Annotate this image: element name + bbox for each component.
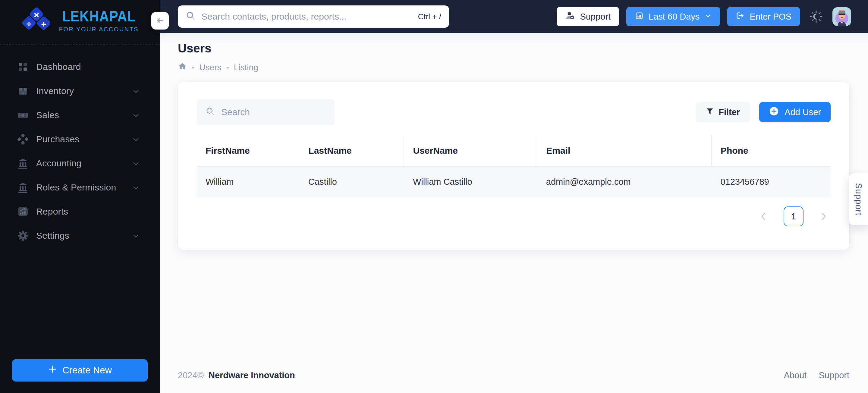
table-search	[196, 99, 335, 125]
footer-link-about[interactable]: About	[784, 370, 807, 380]
users-table: FirstName LastName UserName Email Phone …	[196, 135, 831, 198]
svg-text:+: +	[41, 19, 46, 29]
topbar-actions: Support Last 60 Days	[557, 7, 851, 26]
cell-firstname: William	[196, 167, 299, 197]
main-column: Ctrl + / Support	[160, 0, 868, 393]
sidebar-item-label: Accounting	[36, 158, 125, 169]
filter-button-label: Filter	[718, 107, 740, 117]
filter-button[interactable]: Filter	[695, 102, 750, 122]
date-range-button[interactable]: Last 60 Days	[626, 7, 720, 26]
bank-icon	[17, 181, 29, 193]
column-header-phone: Phone	[711, 135, 831, 167]
enter-pos-label: Enter POS	[749, 12, 792, 22]
brand-name: LEKHAPAL	[59, 9, 138, 24]
chevron-down-icon	[132, 111, 140, 119]
page-title: Users	[178, 41, 849, 55]
next-page-button[interactable]	[818, 211, 829, 221]
sidebar-item-label: Sales	[36, 110, 125, 120]
filter-funnel-icon	[706, 107, 714, 117]
calendar-icon	[635, 11, 644, 22]
enter-pos-icon	[736, 11, 745, 22]
chart-icon	[17, 206, 29, 218]
svg-text:÷: ÷	[27, 19, 31, 29]
cell-email: admin@example.com	[537, 167, 712, 197]
cell-phone: 0123456789	[711, 167, 831, 197]
copyright: 2024© Nerdware Innovation	[178, 370, 295, 380]
brand-text: LEKHAPAL FOR YOUR ACCOUNTS	[59, 10, 138, 33]
circle-plus-icon	[769, 106, 779, 118]
theme-toggle-icon[interactable]	[809, 9, 824, 24]
search-icon	[206, 107, 215, 118]
previous-page-button[interactable]	[758, 211, 769, 221]
support-agent-icon	[565, 10, 575, 23]
search-shortcut-hint: Ctrl + /	[418, 12, 441, 21]
topbar: Ctrl + / Support	[160, 0, 868, 33]
home-icon[interactable]	[178, 62, 187, 73]
toolbar-actions: Filter Add User	[695, 102, 831, 122]
chevron-down-icon	[704, 12, 712, 22]
support-button[interactable]: Support	[557, 7, 619, 26]
support-side-tab[interactable]: Support	[849, 173, 868, 225]
banknote-icon	[17, 109, 29, 121]
company-name: Nerdware Innovation	[209, 370, 295, 380]
card-toolbar: Filter Add User	[196, 99, 831, 125]
sidebar-item-dashboard[interactable]: Dashboard	[0, 55, 160, 79]
sidebar-item-label: Inventory	[36, 86, 125, 96]
sidebar-item-reports[interactable]: Reports	[0, 200, 160, 223]
brand-tagline: FOR YOUR ACCOUNTS	[59, 26, 138, 33]
global-search-input[interactable]	[201, 11, 412, 22]
chevron-down-icon	[132, 135, 140, 143]
svg-text:×: ×	[34, 10, 39, 20]
support-side-tab-label: Support	[854, 183, 864, 216]
page-number-button[interactable]: 1	[784, 207, 804, 226]
sidebar-item-sales[interactable]: Sales	[0, 103, 160, 127]
table-search-input[interactable]	[221, 107, 338, 117]
sidebar-item-label: Roles & Permission	[36, 182, 125, 192]
create-new-label: Create New	[62, 365, 112, 376]
sidebar-item-label: Reports	[36, 207, 140, 217]
breadcrumb-listing[interactable]: Listing	[234, 63, 258, 72]
breadcrumb-separator: -	[226, 63, 229, 72]
brand-logo: × ÷ + LEKHAPAL FOR YOUR ACCOUNTS	[0, 0, 160, 44]
cell-lastname: Castillo	[299, 167, 404, 197]
sidebar-item-purchases[interactable]: Purchases	[0, 127, 160, 151]
collapse-arrow-icon	[155, 16, 165, 26]
enter-pos-button[interactable]: Enter POS	[727, 7, 800, 26]
chevron-down-icon	[132, 184, 140, 191]
sidebar-item-label: Settings	[36, 231, 125, 241]
diamonds-icon	[17, 133, 29, 145]
sidebar-item-accounting[interactable]: Accounting	[0, 151, 160, 175]
footer-links: About Support	[784, 370, 849, 380]
page-footer: 2024© Nerdware Innovation About Support	[178, 370, 849, 393]
sidebar: × ÷ + LEKHAPAL FOR YOUR ACCOUNTS	[0, 0, 160, 393]
content-area: Users - Users - Listing	[160, 33, 868, 393]
gear-icon	[17, 230, 29, 242]
app-root: × ÷ + LEKHAPAL FOR YOUR ACCOUNTS	[0, 0, 868, 393]
column-header-email: Email	[537, 135, 712, 167]
sidebar-item-label: Purchases	[36, 134, 125, 144]
add-user-button[interactable]: Add User	[759, 102, 831, 122]
sidebar-item-roles-permission[interactable]: Roles & Permission	[0, 175, 160, 200]
breadcrumb: - Users - Listing	[178, 62, 849, 73]
sidebar-item-inventory[interactable]: Inventory	[0, 79, 160, 103]
create-new-button[interactable]: Create New	[12, 359, 148, 382]
user-avatar[interactable]	[832, 7, 851, 26]
column-header-lastname: LastName	[299, 135, 404, 167]
breadcrumb-users[interactable]: Users	[199, 63, 221, 72]
chevron-down-icon	[132, 232, 140, 240]
sidebar-menu: Dashboard Inventory	[0, 44, 160, 359]
chevron-down-icon	[132, 87, 140, 95]
copyright-year: 2024©	[178, 370, 204, 380]
date-range-label: Last 60 Days	[649, 12, 700, 22]
search-icon	[186, 11, 196, 22]
sidebar-item-settings[interactable]: Settings	[0, 223, 160, 248]
box-icon	[17, 85, 29, 97]
table-row[interactable]: William Castillo William Castillo admin@…	[196, 167, 831, 197]
grid-icon	[17, 61, 29, 73]
table-header-row: FirstName LastName UserName Email Phone	[196, 135, 831, 167]
add-user-button-label: Add User	[784, 107, 821, 117]
breadcrumb-separator: -	[192, 63, 194, 72]
cell-username: William Castillo	[404, 167, 537, 197]
sidebar-collapse-button[interactable]	[151, 12, 169, 30]
footer-link-support[interactable]: Support	[818, 370, 849, 380]
